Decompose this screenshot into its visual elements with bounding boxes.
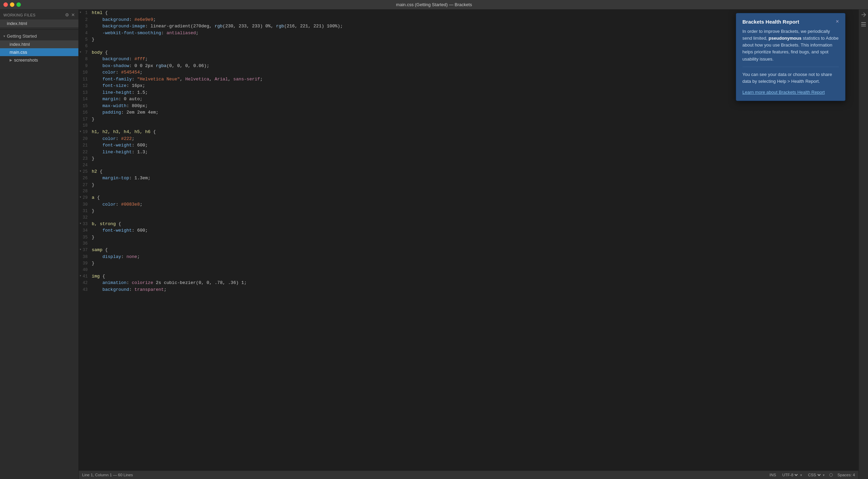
line-number: 31 xyxy=(79,208,92,214)
folder-child-index[interactable]: index.html xyxy=(0,40,78,48)
line-number: 17 xyxy=(79,116,92,122)
line-content: } xyxy=(92,36,94,43)
line-content: -webkit-font-smoothing: antialiased; xyxy=(92,30,199,37)
line-content: max-width: 800px; xyxy=(92,103,148,109)
code-line: 17 } xyxy=(79,116,858,123)
line-content: background: transparent; xyxy=(92,286,167,293)
code-line: ▾29 a { xyxy=(79,194,858,201)
line-content: background: #e6e9e9; xyxy=(92,16,156,23)
line-content: padding: 2em 2em 4em; xyxy=(92,109,158,116)
code-line: 43 background: transparent; xyxy=(79,286,858,293)
line-content: h2 { xyxy=(92,168,102,175)
code-line: ▾19 h1, h2, h3, h4, h5, h6 { xyxy=(79,129,858,135)
fold-arrow-icon[interactable]: ▾ xyxy=(79,169,81,174)
code-line: 38 display: none; xyxy=(79,254,858,260)
line-content: line-height: 1.3; xyxy=(92,149,148,156)
fold-arrow-icon[interactable]: ▾ xyxy=(79,247,81,252)
line-number: ▾1 xyxy=(79,10,92,16)
line-number: 34 xyxy=(79,228,92,234)
code-line: 23 } xyxy=(79,155,858,162)
line-content: background: #fff; xyxy=(92,56,148,63)
fold-arrow-icon[interactable]: ▾ xyxy=(79,10,81,15)
line-number: 43 xyxy=(79,287,92,293)
folder-section: ▾ Getting Started index.html main.css ▶ … xyxy=(0,32,78,479)
code-line: 21 font-weight: 600; xyxy=(79,142,858,149)
svg-rect-1 xyxy=(861,22,866,23)
line-number: 11 xyxy=(79,76,92,82)
line-col-sep: — xyxy=(113,473,118,477)
maximize-button[interactable] xyxy=(16,2,21,7)
code-line: 39 } xyxy=(79,260,858,267)
fold-arrow-icon[interactable]: ▾ xyxy=(79,129,81,134)
line-content: color: #0083e8; xyxy=(92,201,142,208)
line-content: font-size: 16px; xyxy=(92,82,145,89)
line-number: 32 xyxy=(79,215,92,221)
folder-child-maincss[interactable]: main.css xyxy=(0,48,78,56)
code-line: 24 xyxy=(79,162,858,168)
line-count: 60 Lines xyxy=(118,473,133,477)
settings-icon[interactable]: ⚙ xyxy=(65,12,69,17)
line-number: 9 xyxy=(79,63,92,69)
minimize-button[interactable] xyxy=(10,2,14,7)
folder-name: Getting Started xyxy=(7,34,37,39)
line-number: 8 xyxy=(79,56,92,62)
line-content: } xyxy=(92,182,94,189)
statusbar-right: INS UTF-8 ▾ CSS ▾ Spaces: 4 xyxy=(769,472,855,477)
getting-started-folder[interactable]: ▾ Getting Started xyxy=(0,32,78,40)
working-file-item[interactable]: index.html xyxy=(0,20,78,27)
line-content: font-weight: 600; xyxy=(92,227,148,234)
titlebar: main.css (Getting Started) — Brackets xyxy=(0,0,868,10)
working-files-icons: ⚙ ✕ xyxy=(65,12,75,17)
fold-arrow-icon[interactable]: ▾ xyxy=(79,50,81,55)
subfolder-arrow-icon: ▶ xyxy=(10,58,12,62)
line-number: ▾19 xyxy=(79,129,92,135)
live-preview-icon[interactable] xyxy=(860,11,867,18)
subfolder-name: screenshots xyxy=(14,57,38,63)
health-report-close-button[interactable]: × xyxy=(836,19,839,24)
code-line: 20 color: #222; xyxy=(79,135,858,142)
line-content: b, strong { xyxy=(92,221,121,228)
code-line: 42 animation: colorize 2s cubic-bezier(0… xyxy=(79,280,858,286)
line-col: Line 1, Column 1 xyxy=(82,473,112,477)
code-line: ▾41 img { xyxy=(79,273,858,280)
line-content: color: #545454; xyxy=(92,69,142,76)
svg-rect-3 xyxy=(861,26,866,26)
code-line: ▾25 h2 { xyxy=(79,168,858,175)
encoding: UTF-8 ▾ xyxy=(781,472,802,477)
line-content: animation: colorize 2s cubic-bezier(0, 0… xyxy=(92,280,247,286)
sidebar-divider xyxy=(0,29,78,30)
screenshots-subfolder[interactable]: ▶ screenshots xyxy=(0,56,78,64)
svg-rect-2 xyxy=(861,24,866,25)
health-report-link[interactable]: Learn more about Brackets Health Report xyxy=(742,90,825,95)
working-files-section: Working Files ⚙ ✕ index.html xyxy=(0,10,78,27)
language-arrow-icon: ▾ xyxy=(823,473,825,477)
line-content: margin: 0 auto; xyxy=(92,96,142,103)
line-number: 5 xyxy=(79,37,92,43)
fold-arrow-icon[interactable]: ▾ xyxy=(79,273,81,279)
window-title: main.css (Getting Started) — Brackets xyxy=(396,2,472,7)
close-all-icon[interactable]: ✕ xyxy=(71,12,75,17)
line-number: 28 xyxy=(79,188,92,194)
editor-area: ▾1 html { 2 background: #e6e9e9; 3 backg… xyxy=(79,10,858,479)
insert-mode: INS xyxy=(769,473,776,477)
close-button[interactable] xyxy=(3,2,8,7)
encoding-select[interactable]: UTF-8 xyxy=(781,472,799,477)
line-content: } xyxy=(92,116,94,123)
line-number: 22 xyxy=(79,149,92,155)
code-line: 28 xyxy=(79,188,858,194)
line-content: img { xyxy=(92,273,105,280)
sidebar: Working Files ⚙ ✕ index.html ▾ Getting S… xyxy=(0,10,79,479)
fold-arrow-icon[interactable]: ▾ xyxy=(79,195,81,200)
line-number: 3 xyxy=(79,23,92,29)
file-tree-icon[interactable] xyxy=(860,21,867,28)
folder-children: index.html main.css ▶ screenshots xyxy=(0,40,78,64)
language-select[interactable]: CSS xyxy=(807,472,822,477)
fold-arrow-icon[interactable]: ▾ xyxy=(79,221,81,226)
line-number: 35 xyxy=(79,234,92,241)
code-line: ▾37 samp { xyxy=(79,247,858,254)
line-content: display: none; xyxy=(92,254,140,260)
line-content: a { xyxy=(92,194,100,201)
titlebar-buttons xyxy=(3,2,21,7)
line-number: 26 xyxy=(79,175,92,181)
line-number: ▾25 xyxy=(79,169,92,175)
